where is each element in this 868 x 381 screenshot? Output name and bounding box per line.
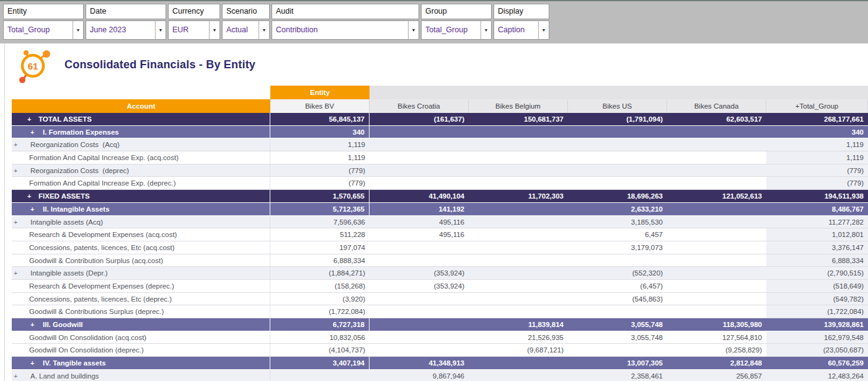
table-row: Goodwill & Contribution Surplus (acq.cos… (12, 254, 868, 267)
value-cell: 118,305,980 (667, 318, 766, 331)
account-cell[interactable]: +FIXED ASSETS (12, 190, 270, 202)
table-row: Goodwill On Consolidation (deprec.)(4,10… (12, 344, 868, 357)
value-cell: (779) (270, 177, 370, 189)
value-cell (469, 370, 568, 381)
value-cell (370, 138, 469, 151)
value-cell (667, 126, 766, 138)
chevron-down-icon[interactable]: ▼ (480, 21, 491, 39)
value-cell: 13,007,305 (568, 357, 667, 369)
filter-display-label: Display (494, 4, 549, 19)
expand-icon[interactable]: + (14, 164, 17, 177)
account-cell[interactable]: +I. Formation Expenses (12, 126, 270, 138)
expand-icon[interactable]: + (27, 190, 31, 202)
filter-group-select[interactable]: Total_Group▼ (421, 20, 492, 40)
account-cell[interactable]: +Reorganization Costs (deprec) (12, 164, 270, 177)
value-cell: 3,179,073 (568, 241, 667, 254)
account-cell[interactable]: +Intangible assets (Acq) (12, 216, 270, 228)
value-cell: 340 (270, 126, 370, 138)
account-cell[interactable]: +A. Land and buildings (12, 370, 270, 381)
chevron-down-icon[interactable]: ▼ (73, 21, 83, 39)
expand-icon[interactable]: + (30, 126, 34, 138)
account-cell[interactable]: +Intangible assets (Depr.) (12, 267, 270, 279)
value-cell (469, 357, 568, 369)
value-cell (370, 241, 469, 254)
expand-icon[interactable]: + (30, 203, 34, 215)
expand-icon[interactable]: + (14, 216, 17, 228)
value-cell (469, 228, 568, 241)
account-label: Goodwill & Contributions Surplus (deprec… (12, 305, 164, 318)
value-cell: 194,511,938 (766, 190, 868, 202)
value-cell (469, 216, 568, 228)
account-cell: Concessions, patents, licences, Etc (dep… (12, 293, 270, 305)
filter-scenario-select[interactable]: Actual▼ (222, 20, 270, 40)
value-cell: (518,649) (766, 280, 868, 292)
filter-group: GroupTotal_Group▼ (421, 4, 492, 40)
account-cell[interactable]: +Reorganization Costs (Acq) (12, 138, 270, 151)
expand-icon[interactable]: + (27, 113, 31, 125)
account-label: Concessions, patents, licences, Etc (acq… (12, 241, 175, 254)
account-cell[interactable]: +II. Intangible Assets (12, 203, 270, 215)
account-cell[interactable]: +IV. Tangible assets (12, 357, 270, 369)
account-label: Goodwill & Contribution Surplus (acq.cos… (12, 254, 163, 267)
expand-icon[interactable]: + (14, 138, 17, 151)
filter-display-select[interactable]: Caption▼ (494, 20, 549, 40)
value-cell (568, 151, 667, 164)
table-row: +Reorganization Costs (deprec)(779)(779) (12, 164, 868, 177)
column-header-5: +Total_Group (766, 99, 868, 113)
filter-currency-select[interactable]: EUR▼ (168, 20, 220, 40)
expand-icon[interactable]: + (14, 267, 17, 279)
account-cell[interactable]: +TOTAL ASSETS (12, 113, 270, 125)
filter-audit-label: Audit (272, 4, 419, 19)
filter-display-value: Caption (494, 21, 538, 39)
account-label: Goodwill On Consolidation (deprec.) (12, 344, 144, 356)
value-cell (667, 293, 766, 305)
value-cell: 11,839,814 (469, 318, 568, 331)
column-header-2: Bikes Belgium (469, 99, 568, 113)
value-cell: 3,055,748 (568, 318, 667, 331)
value-cell: 62,603,517 (667, 113, 766, 125)
value-cell (667, 177, 766, 189)
value-cell: (779) (766, 177, 868, 189)
value-cell: 1,119 (766, 138, 868, 151)
value-cell: (158,268) (270, 280, 370, 292)
column-header-row: Account Bikes BVBikes CroatiaBikes Belgi… (12, 99, 868, 113)
value-cell: 41,490,104 (370, 190, 469, 202)
filter-audit-select[interactable]: Contribution▼ (272, 20, 419, 40)
account-label: Intangible assets (Depr.) (12, 267, 108, 279)
value-cell: (549,782) (766, 293, 868, 305)
account-cell[interactable]: +III. Goodwill (12, 318, 270, 331)
account-cell: Goodwill On Consolidation (deprec.) (12, 344, 270, 356)
filter-entity-select[interactable]: Total_Group▼ (3, 20, 84, 40)
filter-scenario: ScenarioActual▼ (222, 4, 270, 40)
value-cell (667, 254, 766, 267)
value-cell (667, 164, 766, 177)
value-cell: 21,526,935 (469, 331, 568, 344)
account-label: FIXED ASSETS (12, 190, 90, 202)
value-cell (568, 344, 667, 356)
value-cell (568, 177, 667, 189)
value-cell (667, 280, 766, 292)
value-cell: (2,790,515) (766, 267, 868, 279)
chevron-down-icon[interactable]: ▼ (209, 21, 219, 39)
account-label: II. Intangible Assets (12, 203, 110, 215)
chevron-down-icon[interactable]: ▼ (259, 21, 269, 39)
value-cell (370, 331, 469, 344)
table-row: +I. Formation Expenses340340 (12, 126, 868, 139)
account-label: Formation And Capital Increase Exp. (dep… (12, 177, 176, 189)
value-cell (370, 151, 469, 164)
chevron-down-icon[interactable]: ▼ (408, 21, 418, 39)
account-label: TOTAL ASSETS (12, 113, 92, 125)
filter-entity: EntityTotal_Group▼ (3, 4, 84, 40)
expand-icon[interactable]: + (14, 370, 17, 381)
chevron-down-icon[interactable]: ▼ (538, 21, 549, 39)
filter-date-select[interactable]: June 2023▼ (86, 20, 166, 40)
filter-audit-value: Contribution (272, 21, 408, 39)
expand-icon[interactable]: + (30, 318, 34, 331)
entity-band-spacer (12, 86, 270, 99)
chevron-down-icon[interactable]: ▼ (155, 21, 166, 39)
value-cell: (4,104,737) (270, 344, 370, 356)
value-cell: 11,702,303 (469, 190, 568, 202)
expand-icon[interactable]: + (30, 357, 34, 369)
value-cell: 127,564,810 (667, 331, 766, 344)
account-cell: Research & Development Expenses (deprec.… (12, 280, 270, 292)
